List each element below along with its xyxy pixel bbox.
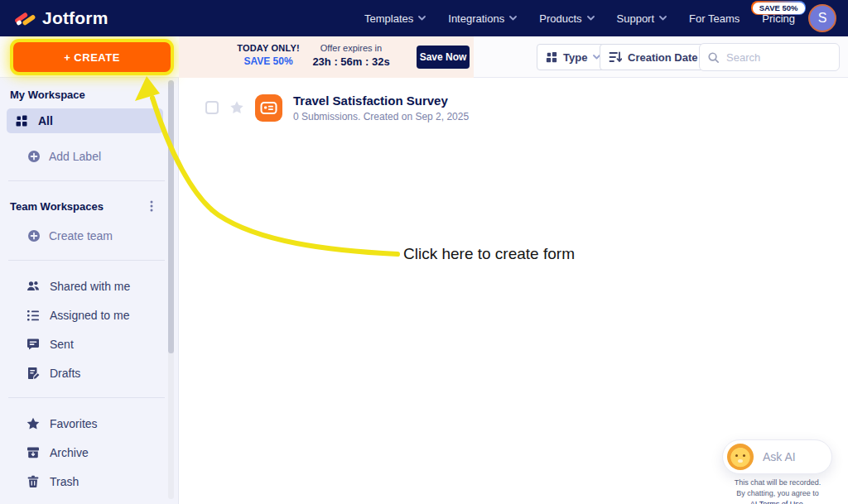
sidebar-item-favorites[interactable]: Favorites: [26, 414, 178, 433]
type-grid-icon: [546, 51, 557, 63]
star-icon: [26, 417, 40, 430]
sidebar-item-drafts[interactable]: Drafts: [26, 363, 178, 382]
workspace-menu-button[interactable]: [145, 88, 158, 101]
sidebar-divider: [8, 260, 165, 261]
offer-countdown: Offer expires in 23h : 56m : 32s: [310, 43, 393, 68]
sidebar-scrollbar-thumb[interactable]: [168, 80, 174, 353]
form-card-icon: [260, 101, 277, 115]
chat-disclaimer: This chat will be recorded. By chatting,…: [715, 478, 841, 504]
chevron-down-icon: [587, 16, 595, 21]
nav-item-for-teams[interactable]: For Teams: [689, 12, 740, 25]
team-workspaces-menu-button[interactable]: [145, 199, 158, 213]
countdown-timer: 23h : 56m : 32s: [310, 55, 393, 68]
form-info: Travel Satisfaction Survey 0 Submissions…: [293, 94, 469, 122]
chevron-down-icon: [509, 16, 517, 21]
team-workspaces-header: Team Workspaces: [10, 199, 158, 213]
promo-text: TODAY ONLY! SAVE 50%: [229, 43, 308, 67]
plus-circle-icon: [27, 229, 41, 242]
jotform-logo[interactable]: Jotform: [15, 7, 108, 29]
search-box[interactable]: [699, 43, 840, 71]
ask-ai-label: Ask AI: [763, 450, 796, 463]
jotform-logo-icon: [15, 7, 36, 29]
sidebar-item-sent[interactable]: Sent: [26, 334, 178, 353]
nav-menu: Templates Integrations Products Support …: [364, 12, 795, 25]
sidebar-divider: [8, 180, 165, 181]
sidebar-item-add-label[interactable]: Add Label: [27, 147, 178, 166]
form-meta: 0 Submissions. Created on Sep 2, 2025: [293, 111, 469, 122]
search-input[interactable]: [726, 51, 826, 64]
grid-all-icon: [15, 114, 28, 127]
plus-circle-icon: [27, 150, 41, 163]
chevron-down-icon: [418, 16, 426, 21]
archive-box-icon: [26, 446, 40, 459]
logo-text: Jotform: [42, 8, 108, 28]
form-checkbox[interactable]: [205, 101, 219, 114]
form-title[interactable]: Travel Satisfaction Survey: [293, 94, 469, 108]
lion-avatar-icon: [727, 444, 754, 470]
nav-item-integrations[interactable]: Integrations: [448, 12, 517, 25]
form-type-tile: [255, 94, 282, 122]
user-avatar[interactable]: S: [808, 4, 836, 32]
sidebar: My Workspace All Add Label Team Workspac…: [0, 78, 179, 504]
sidebar-item-assigned-to-me[interactable]: Assigned to me: [26, 305, 178, 324]
create-button[interactable]: + CREATE: [13, 42, 171, 72]
save-50-badge: SAVE 50%: [751, 1, 806, 15]
top-navbar: Jotform Templates Integrations Products …: [0, 0, 848, 36]
sort-icon: [609, 50, 622, 64]
sidebar-item-create-team[interactable]: Create team: [27, 227, 178, 245]
kebab-menu-icon: [150, 88, 153, 101]
ai-terms-link[interactable]: AI Terms of Use.: [750, 500, 805, 504]
people-icon: [26, 280, 40, 293]
jotform-my-forms-page: Jotform Templates Integrations Products …: [0, 0, 848, 504]
my-workspace-header: My Workspace: [10, 88, 158, 101]
nav-item-support[interactable]: Support: [617, 12, 667, 25]
form-row[interactable]: Travel Satisfaction Survey 0 Submissions…: [180, 89, 848, 126]
sidebar-item-trash[interactable]: Trash: [26, 472, 178, 491]
nav-item-templates[interactable]: Templates: [364, 12, 426, 25]
chevron-down-icon: [659, 16, 667, 21]
message-icon: [26, 338, 40, 351]
favorite-star-icon[interactable]: [229, 100, 244, 115]
ask-ai-button[interactable]: Ask AI: [722, 439, 832, 474]
save-now-button[interactable]: Save Now: [417, 46, 470, 69]
search-icon: [707, 51, 720, 64]
checklist-icon: [26, 309, 40, 322]
promo-banner: TODAY ONLY! SAVE 50% Offer expires in 23…: [179, 36, 474, 78]
sidebar-divider: [8, 397, 165, 398]
sidebar-item-all[interactable]: All: [7, 108, 163, 133]
sidebar-item-archive[interactable]: Archive: [26, 443, 178, 462]
kebab-menu-icon: [150, 199, 153, 213]
sidebar-item-shared-with-me[interactable]: Shared with me: [26, 276, 178, 295]
draft-doc-icon: [26, 367, 40, 380]
nav-item-products[interactable]: Products: [539, 12, 594, 25]
toolbar: + CREATE TODAY ONLY! SAVE 50% Offer expi…: [0, 36, 848, 78]
trash-icon: [26, 475, 40, 488]
